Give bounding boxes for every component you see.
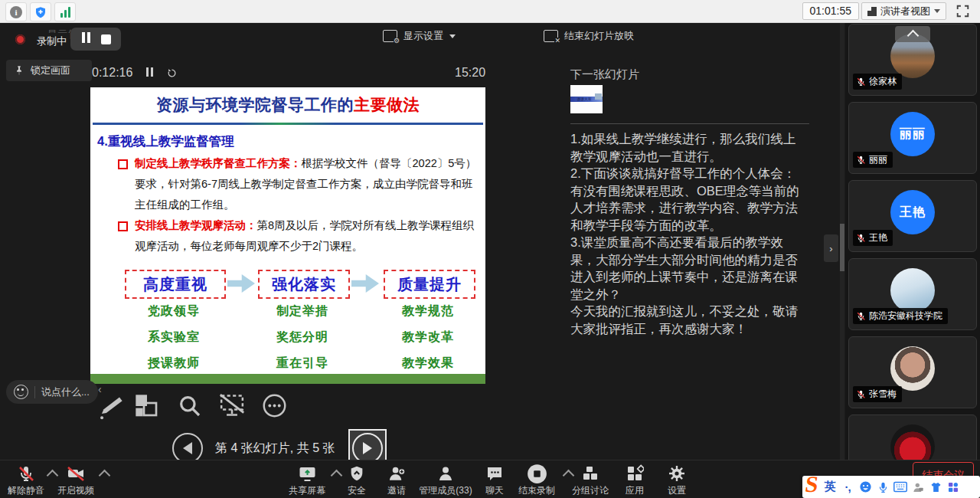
signal-icon[interactable] bbox=[54, 2, 76, 21]
chat-input[interactable]: 说点什么... bbox=[41, 385, 90, 399]
arrow-right-icon bbox=[351, 274, 379, 293]
participant-name-tag: 张雪梅 bbox=[853, 386, 902, 402]
settings-button[interactable]: 设置 bbox=[642, 464, 711, 497]
participant-name-tag: 丽丽 bbox=[853, 152, 893, 168]
column-text: 教学改革 bbox=[378, 329, 478, 346]
next-slide-label: 下一张幻灯片 bbox=[570, 67, 639, 82]
participant-tile[interactable]: 丽丽 丽丽 bbox=[848, 102, 977, 174]
info-icon[interactable]: i bbox=[5, 2, 27, 21]
more-options-button[interactable] bbox=[262, 393, 287, 421]
mic-muted-icon bbox=[856, 389, 866, 399]
column-text: 教学规范 bbox=[378, 303, 478, 319]
zoom-tool-button[interactable] bbox=[178, 394, 202, 421]
wall-clock: 15:20 bbox=[455, 66, 485, 80]
presentation-timer: 0:12:16 bbox=[92, 66, 178, 80]
apps-icon bbox=[626, 464, 644, 483]
column-text: 奖惩分明 bbox=[253, 329, 352, 346]
pin-screen-button[interactable]: 锁定画面 bbox=[6, 60, 92, 81]
slide-title: 资源与环境学院督导工作的主要做法 bbox=[90, 94, 485, 116]
participant-tile[interactable]: 陈浩安徽科技学院 bbox=[848, 258, 977, 330]
ime-keyboard-icon[interactable] bbox=[892, 479, 910, 496]
participant-tile[interactable]: 徐家林 bbox=[848, 24, 977, 96]
collapse-videos-button[interactable] bbox=[895, 26, 930, 42]
participant-tile[interactable]: 王艳 王艳 bbox=[848, 180, 977, 252]
emoji-icon[interactable] bbox=[14, 385, 28, 399]
bullet-square-icon bbox=[118, 159, 128, 169]
ime-voice-icon[interactable] bbox=[874, 479, 892, 496]
arrow-right-icon bbox=[227, 274, 255, 293]
ime-account-icon[interactable] bbox=[910, 479, 927, 496]
note-paragraph: 2.下面谈谈就搞好督导工作的个人体会：有没有围绕课程思政、OBE理念等当前的人才… bbox=[570, 165, 805, 234]
mic-muted-icon bbox=[17, 464, 35, 483]
avatar bbox=[890, 268, 935, 313]
system-bar: i 01:01:55 演讲者视图 bbox=[0, 0, 980, 23]
previous-slide-button[interactable] bbox=[172, 433, 203, 464]
fullscreen-icon[interactable] bbox=[956, 5, 969, 21]
chat-bubble-icon bbox=[485, 464, 504, 483]
mic-muted-icon bbox=[856, 77, 866, 87]
ime-toolbar: S 英 ·, bbox=[802, 476, 980, 498]
next-slide-button[interactable] bbox=[352, 433, 383, 464]
ime-emoji-icon[interactable] bbox=[857, 479, 874, 496]
pen-tool-button[interactable] bbox=[96, 392, 122, 424]
view-mode-dropdown[interactable]: 演讲者视图 bbox=[861, 2, 946, 20]
avatar: 丽丽 bbox=[890, 112, 935, 156]
display-settings-button[interactable]: ⚙ 显示设置 bbox=[383, 29, 456, 43]
column-text: 重在引导 bbox=[253, 355, 352, 372]
note-paragraph: 1.如果线上教学继续进行，那么我们线上教学观摩活动也一直进行。 bbox=[570, 130, 805, 165]
column-text: 制定举措 bbox=[253, 303, 352, 319]
camera-off-icon bbox=[66, 464, 86, 483]
shield-icon[interactable] bbox=[30, 2, 51, 21]
slide-bullets: 制定线上教学秩序督查工作方案：根据学校文件（督导〔2022〕5号）要求，针对第6… bbox=[118, 153, 478, 257]
bullet-item: 制定线上教学秩序督查工作方案：根据学校文件（督导〔2022〕5号）要求，针对第6… bbox=[118, 153, 478, 215]
mic-muted-icon bbox=[856, 233, 866, 243]
mic-muted-icon bbox=[856, 155, 866, 165]
column-text: 授课教师 bbox=[124, 355, 224, 372]
note-paragraph: 3.课堂质量高不高还要看最后的教学效果，大部分学生大部分时间他的精力是否进入到老… bbox=[570, 234, 805, 303]
slide-position-text: 第 4 张幻灯片, 共 5 张 bbox=[215, 441, 335, 457]
pin-icon bbox=[14, 65, 24, 76]
speaker-notes: 1.如果线上教学继续进行，那么我们线上教学观摩活动也一直进行。 2.下面谈谈就搞… bbox=[570, 130, 805, 337]
settings-gear-icon bbox=[668, 464, 686, 483]
slide-section-heading: 4.重视线上教学监督管理 bbox=[97, 133, 234, 150]
chevron-up-icon bbox=[906, 30, 919, 42]
stop-recording-button[interactable] bbox=[101, 34, 111, 44]
notes-scrollbar-thumb[interactable] bbox=[840, 224, 844, 271]
slide-footer-bar bbox=[90, 374, 485, 384]
invite-person-icon bbox=[387, 464, 407, 483]
divider bbox=[34, 386, 35, 398]
collapse-panel-handle[interactable]: › bbox=[824, 234, 838, 262]
sogou-logo-icon[interactable]: S bbox=[804, 474, 819, 494]
quick-chat-bar[interactable]: 说点什么... bbox=[6, 380, 98, 404]
keyword-box-3: 质量提升 bbox=[384, 270, 475, 299]
chevron-down-icon bbox=[449, 34, 456, 38]
next-slide-thumbnail[interactable]: 谢谢大家 bbox=[570, 85, 603, 113]
column-text: 系实验室 bbox=[124, 329, 224, 346]
participant-name-tag: 陈浩安徽科技学院 bbox=[853, 308, 948, 324]
keyword-box-1: 高度重视 bbox=[125, 270, 226, 299]
members-icon bbox=[436, 464, 455, 483]
column-text: 党政领导 bbox=[124, 303, 224, 319]
pause-recording-button[interactable] bbox=[80, 32, 91, 46]
ime-skin-icon[interactable] bbox=[927, 479, 945, 496]
mic-muted-icon bbox=[856, 311, 866, 321]
participants-panel: 徐家林 丽丽 丽丽 王艳 王艳 陈浩安徽科技学院 张雪梅 bbox=[845, 23, 980, 460]
stop-record-icon bbox=[527, 464, 547, 483]
recording-status: 录制中 bbox=[34, 33, 70, 50]
timer-restart-icon[interactable] bbox=[166, 67, 178, 79]
ime-punctuation-icon[interactable]: ·, bbox=[839, 479, 857, 496]
view-mode-label: 演讲者视图 bbox=[880, 5, 930, 18]
start-video-button[interactable]: 开启视频 bbox=[41, 464, 110, 497]
end-slideshow-button[interactable]: ✕ 结束幻灯片放映 bbox=[544, 29, 634, 43]
column-text: 教学效果 bbox=[378, 355, 478, 372]
ime-language-toggle[interactable]: 英 bbox=[822, 479, 839, 496]
ime-toolbox-icon[interactable] bbox=[945, 479, 962, 496]
recording-controls bbox=[70, 28, 121, 51]
slide-thumbnails-button[interactable] bbox=[135, 394, 159, 421]
participant-tile[interactable]: 张雪梅 bbox=[848, 336, 977, 408]
bullet-square-icon bbox=[118, 221, 128, 231]
hide-slideshow-button[interactable] bbox=[218, 392, 246, 421]
chevron-down-icon bbox=[934, 9, 940, 13]
timer-pause-button[interactable] bbox=[145, 66, 154, 80]
slide-canvas: 资源与环境学院督导工作的主要做法 4.重视线上教学监督管理 制定线上教学秩序督查… bbox=[90, 87, 485, 384]
